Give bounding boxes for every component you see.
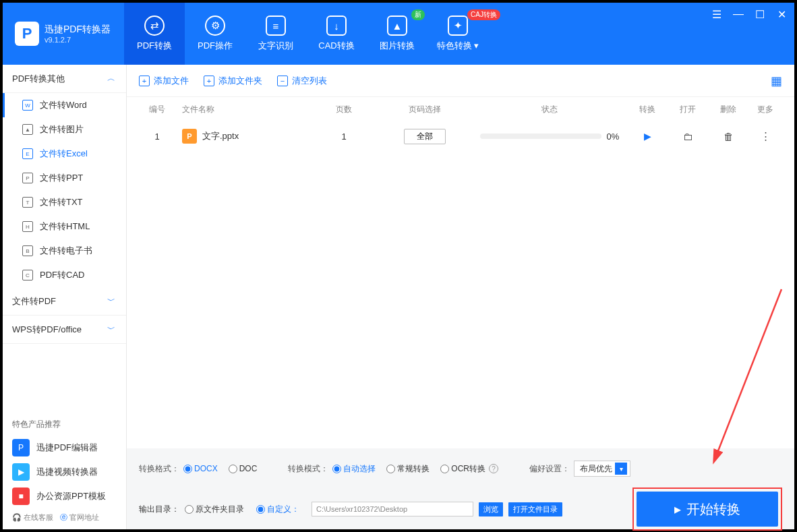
window-controls: ☰ — ☐ ✕ [711,8,788,21]
sidebar-group-pdf-to-other[interactable]: PDF转换其他 ︿ [3,65,126,93]
col-more: 更多 [748,104,782,115]
page-range-button[interactable]: 全部 [404,129,446,144]
sidebar-item-to-cad[interactable]: C PDF转CAD [3,263,126,287]
col-delete: 删除 [708,104,748,115]
clear-list-button[interactable]: − 清空列表 [277,75,327,87]
more-icon[interactable]: ⋮ [761,130,771,142]
maximize-icon[interactable]: ☐ [754,8,766,21]
official-site-link[interactable]: ⓔ官网地址 [60,512,99,523]
template-icon: ■ [12,487,30,505]
col-number: 编号 [139,104,175,115]
promo-title: 特色产品推荐 [3,413,126,436]
convert-play-icon[interactable]: ▶ [644,131,651,142]
progress-bar [480,134,601,139]
row-number: 1 [139,131,175,142]
cad-icon: C [22,270,33,280]
sidebar-item-to-ppt[interactable]: P 文件转PPT [3,166,126,190]
output-custom-radio[interactable]: 自定义： [256,504,299,515]
promo-pdf-editor[interactable]: P 迅捷PDF编辑器 [3,436,126,460]
start-convert-button[interactable]: ▸ 开始转换 [637,492,778,527]
tab-special[interactable]: CAJ转换 ✦ 特色转换 ▾ [427,3,488,65]
app-logo-block: P 迅捷PDF转换器 v9.1.2.7 [3,3,124,65]
options-bar: 转换格式： DOCX DOC 转换模式： 自动选择 常规转换 OCR转换? 偏好… [127,448,794,489]
tab-pdf-operate[interactable]: ⚙ PDF操作 [185,3,245,65]
play-box-icon: ▸ [674,501,681,517]
add-file-button[interactable]: + 添加文件 [139,75,189,87]
excel-icon: E [22,148,33,159]
close-icon[interactable]: ✕ [775,8,788,21]
image-icon: ▲ [22,124,33,135]
app-name: 迅捷PDF转换器 [45,24,111,36]
promo-video-converter[interactable]: ▶ 迅捷视频转换器 [3,460,126,484]
minimize-icon[interactable]: — [732,8,744,21]
main-area: + 添加文件 + 添加文件夹 − 清空列表 ▦ 编号 文件名称 页数 页码选择 … [127,65,794,529]
browse-button[interactable]: 浏览 [479,502,503,516]
col-status: 状态 [472,104,627,115]
mode-auto-radio[interactable]: 自动选择 [332,463,376,475]
format-docx-radio[interactable]: DOCX [183,464,218,473]
plus-icon: + [204,76,214,86]
sidebar-item-to-word[interactable]: W 文件转Word [3,93,126,117]
format-doc-radio[interactable]: DOC [229,464,258,473]
col-pages: 页数 [310,104,378,115]
sidebar-group-to-pdf[interactable]: 文件转PDF ﹀ [3,287,126,316]
ebook-icon: B [22,245,33,256]
start-button-highlight: ▸ 开始转换 [632,487,782,531]
swap-icon: ⇄ [144,16,165,36]
tab-cad[interactable]: ↓ CAD转换 [306,3,367,65]
pptx-icon: P [182,129,197,144]
output-bar: 输出目录： 原文件夹目录 自定义： 浏览 打开文件目录 ▸ 开始转换 [127,489,794,529]
output-path-input[interactable] [312,502,473,516]
gear-icon: ⚙ [205,16,225,36]
menu-icon[interactable]: ☰ [711,8,723,21]
pref-select[interactable]: 布局优先 ▾ [574,461,630,477]
mode-label: 转换模式： [288,463,328,475]
new-badge: 新 [411,9,425,20]
tab-ocr[interactable]: ≡ 文字识别 [245,3,306,65]
mode-normal-radio[interactable]: 常规转换 [386,463,430,475]
online-service-link[interactable]: 🎧在线客服 [12,512,53,523]
sidebar-footer: 🎧在线客服 ⓔ官网地址 [3,508,126,529]
download-icon: ↓ [326,16,347,36]
sidebar-item-to-html[interactable]: H 文件转HTML [3,214,126,239]
toolbar: + 添加文件 + 添加文件夹 − 清空列表 ▦ [127,65,794,97]
chevron-down-icon: ﹀ [107,295,115,307]
titlebar: P 迅捷PDF转换器 v9.1.2.7 ⇄ PDF转换 ⚙ PDF操作 ≡ 文字… [3,3,794,65]
open-folder-icon[interactable]: 🗀 [683,131,693,142]
ppt-icon: P [22,173,33,183]
add-folder-button[interactable]: + 添加文件夹 [204,75,262,87]
sidebar: PDF转换其他 ︿ W 文件转Word ▲ 文件转图片 E 文件转Excel P… [3,65,127,529]
sidebar-group-wps[interactable]: WPS转PDF/office ﹀ [3,316,126,344]
help-icon[interactable]: ? [489,464,498,473]
file-name: 文字.pptx [202,130,239,142]
delete-icon[interactable]: 🗑 [724,131,734,142]
grid-view-icon[interactable]: ▦ [771,73,782,88]
tab-image[interactable]: 新 ▲ 图片转换 [367,3,427,65]
app-logo-icon: P [15,22,39,46]
output-label: 输出目录： [139,504,179,515]
headset-icon: 🎧 [12,513,22,522]
file-list: 1 P 文字.pptx 1 全部 0% ▶ 🗀 🗑 [127,121,794,448]
pref-label: 偏好设置： [529,463,570,475]
sidebar-item-to-image[interactable]: ▲ 文件转图片 [3,117,126,142]
open-output-dir-button[interactable]: 打开文件目录 [508,502,562,516]
progress-percent: 0% [607,131,620,142]
trash-icon: − [277,76,288,86]
page-count: 1 [310,131,378,142]
table-row[interactable]: 1 P 文字.pptx 1 全部 0% ▶ 🗀 🗑 [127,121,794,151]
promo-ppt-templates[interactable]: ■ 办公资源PPT模板 [3,484,126,508]
video-icon: ▶ [12,463,30,481]
col-filename: 文件名称 [175,104,310,115]
chevron-down-icon: ﹀ [107,324,115,335]
mode-ocr-radio[interactable]: OCR转换? [440,463,498,475]
sidebar-item-to-txt[interactable]: T 文件转TXT [3,190,126,214]
chevron-up-icon: ︿ [107,73,115,84]
main-tabs: ⇄ PDF转换 ⚙ PDF操作 ≡ 文字识别 ↓ CAD转换 新 ▲ 图片转换 … [124,3,488,65]
output-original-radio[interactable]: 原文件夹目录 [185,504,244,515]
format-label: 转换格式： [139,463,179,475]
col-convert: 转换 [627,104,668,115]
sidebar-item-to-excel[interactable]: E 文件转Excel [3,142,126,166]
sidebar-item-to-ebook[interactable]: B 文件转电子书 [3,239,126,263]
tab-pdf-convert[interactable]: ⇄ PDF转换 [124,3,185,65]
app-version: v9.1.2.7 [45,36,111,44]
